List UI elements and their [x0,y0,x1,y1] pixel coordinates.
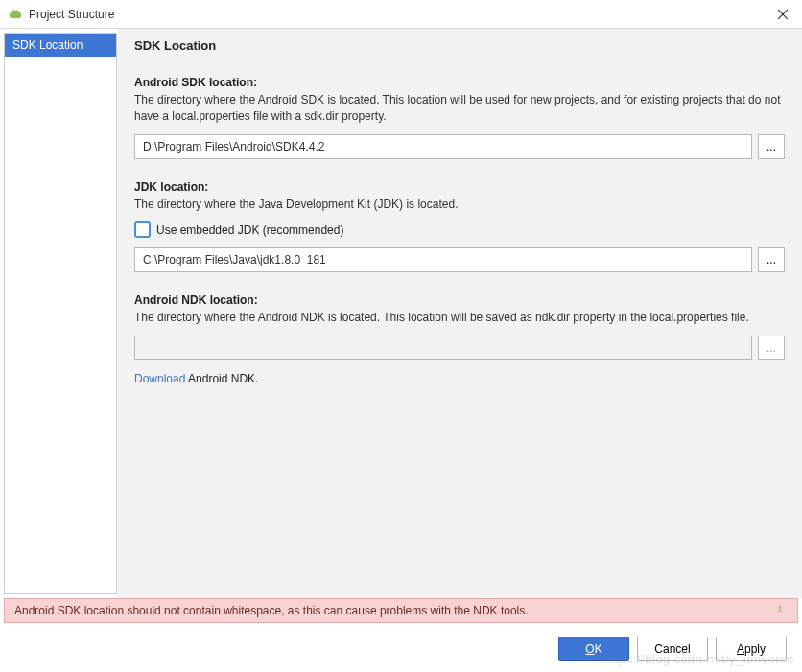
ndk-path-input[interactable] [134,336,752,360]
sdk-input-row: ... [134,134,785,159]
ndk-download-link[interactable]: Download [134,372,185,385]
sdk-path-input[interactable] [134,134,752,159]
apply-button[interactable]: Apply [716,637,787,661]
checkbox-box-icon [134,221,151,238]
ndk-browse-button: ... [758,336,785,360]
warning-bar: Android SDK location should not contain … [4,598,798,623]
body-area: SDK Location SDK Location Android SDK lo… [0,29,802,598]
button-bar: OK Cancel Apply [0,623,802,672]
sdk-desc: The directory where the Android SDK is l… [134,92,785,125]
pin-icon[interactable] [774,604,788,617]
ndk-desc: The directory where the Android NDK is l… [134,310,785,326]
sdk-section: Android SDK location: The directory wher… [134,76,785,159]
jdk-embedded-checkbox[interactable]: Use embedded JDK (recommended) [134,221,785,238]
titlebar: Project Structure [0,0,802,29]
ndk-download-suffix: Android NDK. [185,372,258,385]
ndk-input-row: ... [134,336,785,360]
page-title: SDK Location [134,38,785,53]
checkbox-label: Use embedded JDK (recommended) [156,223,343,237]
ndk-download-row: Download Android NDK. [134,372,785,385]
main-panel: SDK Location Android SDK location: The d… [117,29,802,598]
apply-suffix: pply [744,642,766,656]
jdk-browse-button[interactable]: ... [758,247,785,272]
ok-suffix: K [595,642,602,656]
jdk-section: JDK location: The directory where the Ja… [134,180,785,273]
ndk-label: Android NDK location: [134,293,785,307]
jdk-desc: The directory where the Java Development… [134,197,785,213]
window-title: Project Structure [29,8,771,21]
android-icon [8,7,23,22]
svg-rect-0 [10,12,21,18]
cancel-button[interactable]: Cancel [637,637,708,661]
close-button[interactable] [771,3,794,26]
sidebar: SDK Location [4,33,117,594]
warning-text: Android SDK location should not contain … [14,604,529,617]
sidebar-item-sdk-location[interactable]: SDK Location [5,34,116,57]
jdk-input-row: ... [134,247,785,272]
ndk-section: Android NDK location: The directory wher… [134,293,785,385]
ok-button[interactable]: OK [558,637,629,661]
jdk-label: JDK location: [134,180,785,194]
sdk-browse-button[interactable]: ... [758,134,785,159]
jdk-path-input[interactable] [134,247,752,272]
sidebar-item-label: SDK Location [12,38,83,52]
sdk-label: Android SDK location: [134,76,785,89]
